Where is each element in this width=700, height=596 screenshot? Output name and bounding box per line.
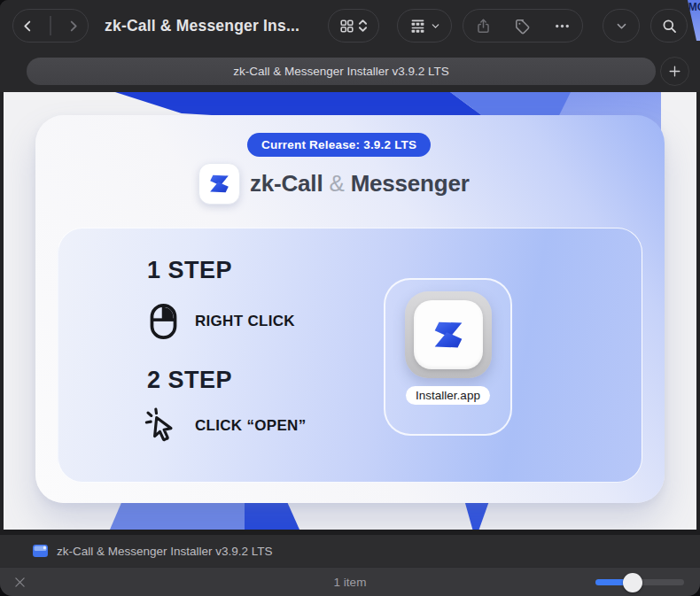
icon-size-slider[interactable] — [595, 579, 684, 585]
toolbar: zk-Call & Messenger Ins... — [0, 0, 700, 51]
chevron-up-down-icon — [358, 18, 368, 34]
tab-title: zk-Call & Messenger Installer v3.9.2 LTS — [233, 65, 449, 78]
background-shape-bottom-2 — [245, 501, 299, 530]
step-2-instruction: CLICK “OPEN” — [195, 417, 306, 435]
brand-title: zk-Call & Messenger — [250, 170, 470, 197]
brand-name-left: zk-Call — [250, 170, 323, 197]
step-2-row: CLICK “OPEN” — [144, 407, 306, 445]
volume-disk-icon — [32, 544, 49, 558]
navigation-pill — [12, 9, 89, 43]
installer-app-icon-inner — [414, 300, 483, 369]
background-shape-bottom-1 — [110, 501, 245, 530]
installer-app-icon[interactable] — [405, 291, 492, 378]
zk-logo-glyph — [206, 170, 233, 197]
finder-tab[interactable]: zk-Call & Messenger Installer v3.9.2 LTS — [27, 58, 656, 85]
divider — [50, 16, 51, 35]
back-button[interactable] — [20, 19, 35, 34]
step-2-title: 2 STEP — [147, 367, 232, 394]
chevron-down-icon — [615, 19, 628, 33]
installer-app-label: Installer.app — [406, 386, 490, 405]
installer-app-target[interactable]: Installer.app — [384, 278, 512, 436]
background-shape-bottom-3 — [463, 501, 489, 530]
brand-ampersand: & — [329, 170, 344, 197]
tag-button[interactable] — [514, 18, 531, 35]
new-tab-button[interactable] — [660, 57, 689, 86]
installer-card: Current Release: 3.9.2 LTS zk-Call & Mes… — [35, 115, 665, 503]
zk-logo-glyph — [428, 314, 469, 355]
search-button[interactable] — [650, 9, 688, 43]
group-by-button[interactable] — [397, 9, 452, 43]
dmg-content-area: Current Release: 3.9.2 LTS zk-Call & Mes… — [4, 92, 696, 530]
group-items-icon — [409, 18, 426, 35]
share-button[interactable] — [475, 18, 492, 35]
window-title: zk-Call & Messenger Ins... — [105, 0, 299, 51]
slider-knob[interactable] — [623, 573, 642, 592]
more-options-button[interactable] — [553, 17, 572, 35]
step-1-instruction: RIGHT CLICK — [195, 313, 295, 330]
instructions-panel: 1 STEP RIGHT CLICK 2 STEP — [58, 228, 642, 483]
screen: MO zk-Call & Messenger Ins... — [0, 0, 700, 596]
release-badge: Current Release: 3.9.2 LTS — [247, 133, 431, 157]
finder-window: zk-Call & Messenger Ins... — [0, 0, 700, 596]
path-bar-item[interactable]: zk-Call & Messenger Installer v3.9.2 LTS — [57, 545, 273, 558]
step-1-row: RIGHT CLICK — [150, 303, 295, 340]
grid-view-icon — [339, 19, 354, 34]
search-icon — [661, 18, 678, 35]
view-options-button[interactable] — [328, 9, 379, 43]
plus-icon — [667, 64, 682, 79]
mouse-right-click-icon — [150, 303, 177, 340]
app-logo — [198, 163, 240, 205]
step-1-title: 1 STEP — [147, 257, 232, 284]
forward-button[interactable] — [66, 19, 81, 34]
tab-bar: zk-Call & Messenger Installer v3.9.2 LTS — [0, 51, 700, 92]
actions-pill — [463, 9, 583, 43]
chevron-down-icon — [431, 21, 440, 31]
path-bar: zk-Call & Messenger Installer v3.9.2 LTS — [0, 535, 700, 567]
status-footer: 1 item — [0, 567, 700, 596]
collapse-toolbar-button[interactable] — [603, 9, 640, 43]
cursor-click-icon — [144, 407, 181, 445]
brand-name-right: Messenger — [351, 170, 470, 197]
brand-header: zk-Call & Messenger — [198, 163, 470, 205]
